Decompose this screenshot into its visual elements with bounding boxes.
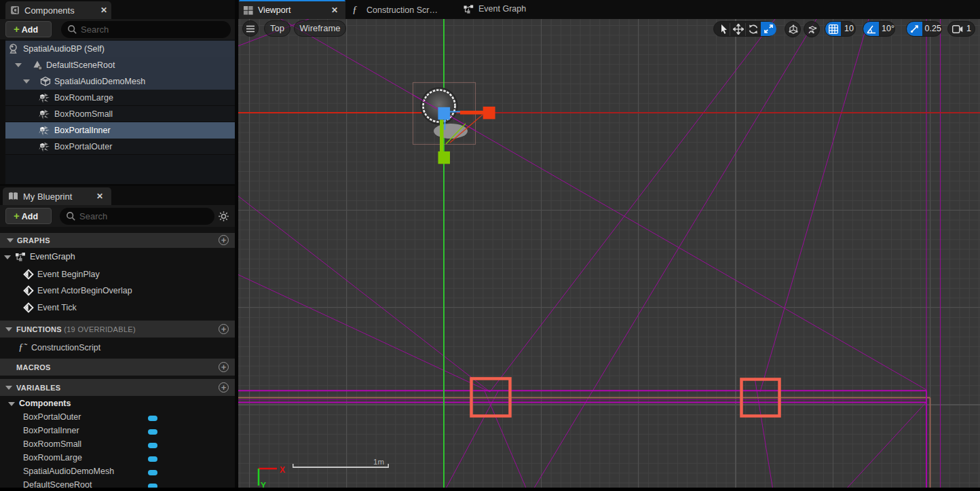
svg-text:X: X [280, 465, 285, 475]
svg-text:1m: 1m [373, 458, 384, 466]
svg-text:Y: Y [261, 481, 266, 488]
